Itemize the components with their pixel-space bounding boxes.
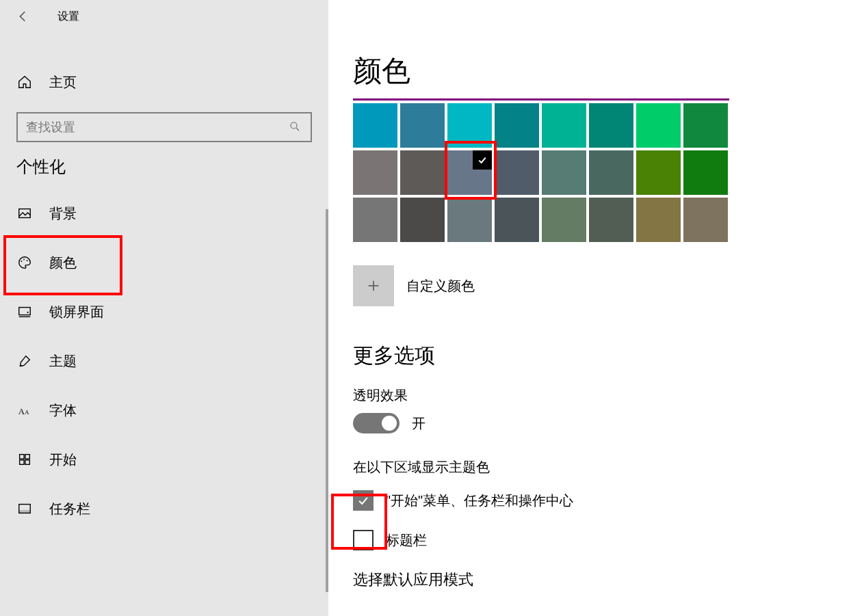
color-swatch[interactable] — [542, 103, 586, 148]
sidebar-item-lockscreen[interactable]: 锁屏界面 — [0, 287, 328, 336]
color-swatch[interactable] — [447, 103, 492, 148]
plus-icon — [366, 278, 381, 293]
checkbox-start-taskbar-label: "开始"菜单、任务栏和操作中心 — [386, 492, 573, 510]
transparency-toggle[interactable] — [353, 413, 400, 433]
sidebar-nav-list: 背景 颜色 锁屏界面 主题 AA 字体 — [0, 189, 328, 533]
checkbox-titlebar-label: 标题栏 — [386, 531, 427, 550]
window-header: 设置 — [0, 0, 328, 33]
palette-icon — [16, 254, 33, 271]
search-input[interactable] — [26, 120, 289, 135]
color-swatch[interactable] — [589, 103, 633, 148]
color-swatch[interactable] — [542, 198, 586, 242]
svg-rect-17 — [19, 511, 31, 513]
show-accent-label: 在以下区域显示主题色 — [353, 458, 864, 477]
search-icon — [289, 120, 302, 134]
sidebar-item-taskbar[interactable]: 任务栏 — [0, 484, 328, 533]
svg-line-1 — [296, 128, 299, 131]
nav-home[interactable]: 主页 — [0, 57, 328, 107]
sidebar-scrollbar[interactable] — [326, 209, 328, 592]
sidebar-item-label: 开始 — [49, 451, 77, 469]
svg-rect-15 — [25, 460, 29, 464]
color-swatch[interactable] — [447, 150, 492, 195]
color-swatch[interactable] — [589, 150, 633, 195]
color-swatch[interactable] — [447, 198, 492, 242]
custom-color-button[interactable] — [353, 265, 394, 306]
sidebar-item-start[interactable]: 开始 — [0, 435, 328, 484]
back-icon[interactable] — [16, 10, 30, 23]
sidebar-item-label: 字体 — [49, 401, 77, 420]
sidebar-item-themes[interactable]: 主题 — [0, 336, 328, 386]
custom-color-label: 自定义颜色 — [406, 277, 475, 295]
color-swatch[interactable] — [353, 198, 397, 242]
taskbar-icon — [16, 500, 33, 517]
lock-screen-icon — [16, 304, 33, 320]
color-swatch[interactable] — [495, 103, 539, 148]
color-swatch[interactable] — [353, 103, 397, 148]
svg-point-0 — [291, 122, 297, 129]
svg-rect-6 — [19, 308, 31, 315]
checkbox-titlebar-row: 标题栏 — [353, 530, 864, 550]
sidebar: 设置 主页 个性化 背景 颜色 锁屏 — [0, 0, 328, 616]
transparency-state: 开 — [412, 414, 426, 433]
color-swatch[interactable] — [589, 198, 633, 242]
picture-icon — [16, 205, 33, 222]
transparency-toggle-row: 开 — [353, 413, 864, 433]
more-options-title: 更多选项 — [353, 342, 864, 370]
sidebar-item-colors[interactable]: 颜色 — [0, 238, 328, 287]
sidebar-item-label: 任务栏 — [49, 500, 90, 518]
sidebar-item-label: 颜色 — [49, 254, 77, 272]
font-icon: AA — [16, 402, 33, 418]
color-swatch[interactable] — [400, 150, 445, 195]
home-icon — [16, 74, 33, 90]
checkbox-start-taskbar[interactable] — [353, 490, 374, 511]
start-icon — [16, 451, 33, 468]
transparency-label: 透明效果 — [353, 386, 864, 405]
checkbox-titlebar[interactable] — [353, 530, 374, 550]
svg-point-8 — [27, 312, 28, 313]
svg-rect-14 — [20, 460, 24, 464]
color-swatch[interactable] — [683, 103, 728, 148]
svg-text:A: A — [25, 409, 29, 416]
app-title: 设置 — [57, 10, 79, 24]
color-swatch[interactable] — [683, 198, 728, 242]
svg-point-5 — [27, 260, 28, 261]
svg-rect-13 — [25, 455, 29, 459]
color-swatch[interactable] — [400, 103, 445, 148]
color-swatch[interactable] — [636, 150, 681, 195]
color-swatch[interactable] — [353, 150, 397, 195]
brush-icon — [16, 353, 33, 369]
check-icon — [356, 494, 370, 507]
sidebar-section-title: 个性化 — [0, 156, 328, 178]
color-swatch[interactable] — [636, 198, 681, 242]
color-swatch[interactable] — [636, 103, 681, 148]
check-icon — [473, 150, 492, 170]
toggle-knob — [382, 416, 397, 431]
nav-home-label: 主页 — [49, 73, 77, 92]
sidebar-item-label: 主题 — [49, 352, 77, 371]
page-title: 颜色 — [353, 52, 864, 90]
color-swatch[interactable] — [683, 150, 728, 195]
sidebar-item-fonts[interactable]: AA 字体 — [0, 386, 328, 435]
cutoff-section-title: 选择默认应用模式 — [353, 570, 864, 590]
color-swatch[interactable] — [495, 150, 539, 195]
color-row-stripe — [353, 98, 729, 101]
sidebar-item-label: 锁屏界面 — [49, 303, 104, 321]
sidebar-item-background[interactable]: 背景 — [0, 189, 328, 238]
main-content: 颜色 自定义颜色 更多选项 透明效果 开 在以下区域显示主题色 "开始"菜单、任… — [328, 0, 864, 616]
svg-rect-12 — [20, 455, 24, 459]
svg-point-4 — [23, 259, 25, 260]
custom-color-row: 自定义颜色 — [353, 265, 864, 306]
svg-point-3 — [21, 260, 23, 262]
search-box[interactable] — [16, 112, 312, 142]
sidebar-item-label: 背景 — [49, 204, 77, 223]
color-grid — [353, 103, 729, 242]
checkbox-start-taskbar-row: "开始"菜单、任务栏和操作中心 — [353, 490, 864, 511]
color-swatch[interactable] — [542, 150, 586, 195]
color-swatch[interactable] — [495, 198, 539, 242]
color-swatch[interactable] — [400, 198, 445, 242]
